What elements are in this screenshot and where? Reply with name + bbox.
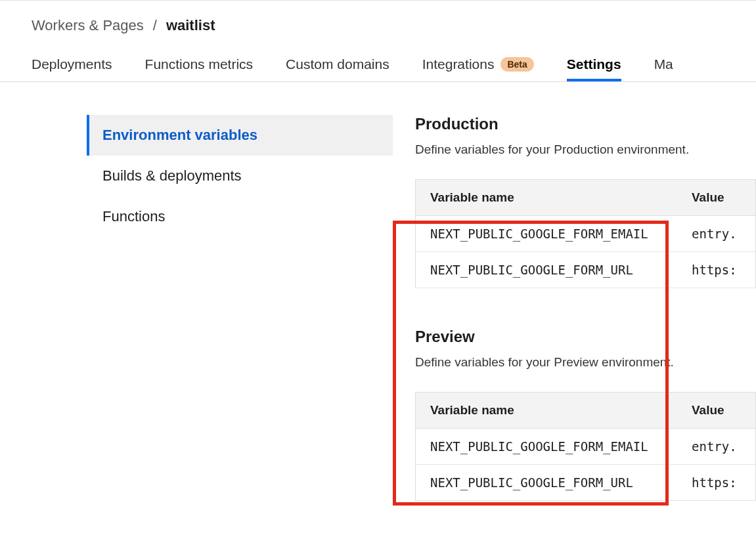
tab-settings[interactable]: Settings bbox=[567, 47, 621, 81]
tab-functions-metrics[interactable]: Functions metrics bbox=[145, 47, 254, 81]
breadcrumb-parent[interactable]: Workers & Pages bbox=[32, 17, 144, 34]
preview-table: Variable name Value NEXT_PUBLIC_GOOGLE_F… bbox=[415, 392, 756, 501]
production-desc: Define variables for your Production env… bbox=[415, 142, 756, 157]
var-value: entry. bbox=[692, 429, 755, 464]
header-value: Value bbox=[692, 393, 755, 428]
table-header: Variable name Value bbox=[416, 393, 755, 429]
tab-label: Settings bbox=[567, 56, 621, 72]
table-row: NEXT_PUBLIC_GOOGLE_FORM_URL https: bbox=[416, 465, 755, 501]
tab-integrations[interactable]: Integrations Beta bbox=[422, 47, 534, 81]
var-name: NEXT_PUBLIC_GOOGLE_FORM_URL bbox=[416, 465, 692, 500]
sidebar-item-label: Functions bbox=[102, 208, 165, 225]
tab-label: Ma bbox=[654, 56, 673, 72]
beta-badge: Beta bbox=[500, 57, 533, 72]
var-value: entry. bbox=[692, 216, 755, 251]
breadcrumb: Workers & Pages / waitlist bbox=[0, 1, 756, 47]
tab-label: Integrations bbox=[422, 56, 495, 72]
preview-desc: Define variables for your Preview enviro… bbox=[415, 355, 756, 370]
table-header: Variable name Value bbox=[416, 180, 755, 216]
sidebar-item-label: Builds & deployments bbox=[102, 167, 242, 184]
tab-label: Custom domains bbox=[286, 56, 389, 72]
sidebar-item-functions[interactable]: Functions bbox=[87, 196, 393, 237]
header-value: Value bbox=[692, 180, 755, 215]
tab-deployments[interactable]: Deployments bbox=[32, 47, 112, 81]
tabs-bar: Deployments Functions metrics Custom dom… bbox=[0, 47, 756, 82]
preview-title: Preview bbox=[415, 328, 756, 346]
sidebar-item-label: Environment variables bbox=[102, 127, 257, 143]
sidebar-item-builds[interactable]: Builds & deployments bbox=[87, 156, 393, 196]
var-name: NEXT_PUBLIC_GOOGLE_FORM_EMAIL bbox=[416, 216, 692, 251]
production-title: Production bbox=[415, 115, 756, 133]
tab-label: Functions metrics bbox=[145, 56, 254, 72]
var-name: NEXT_PUBLIC_GOOGLE_FORM_URL bbox=[416, 252, 692, 288]
tab-partial[interactable]: Ma bbox=[654, 47, 673, 81]
table-row: NEXT_PUBLIC_GOOGLE_FORM_URL https: bbox=[416, 252, 755, 288]
tab-label: Deployments bbox=[32, 56, 112, 72]
production-table: Variable name Value NEXT_PUBLIC_GOOGLE_F… bbox=[415, 179, 756, 288]
var-value: https: bbox=[692, 465, 755, 500]
var-name: NEXT_PUBLIC_GOOGLE_FORM_EMAIL bbox=[416, 429, 692, 464]
table-row: NEXT_PUBLIC_GOOGLE_FORM_EMAIL entry. bbox=[416, 216, 755, 252]
main-panel: Production Define variables for your Pro… bbox=[393, 115, 756, 501]
breadcrumb-current: waitlist bbox=[166, 17, 215, 34]
sidebar-item-env-vars[interactable]: Environment variables bbox=[87, 115, 393, 156]
tab-custom-domains[interactable]: Custom domains bbox=[286, 47, 389, 81]
header-variable-name: Variable name bbox=[416, 393, 692, 428]
header-variable-name: Variable name bbox=[416, 180, 692, 215]
var-value: https: bbox=[692, 252, 755, 288]
breadcrumb-separator: / bbox=[153, 17, 157, 34]
settings-sidebar: Environment variables Builds & deploymen… bbox=[0, 115, 393, 501]
table-row: NEXT_PUBLIC_GOOGLE_FORM_EMAIL entry. bbox=[416, 429, 755, 465]
